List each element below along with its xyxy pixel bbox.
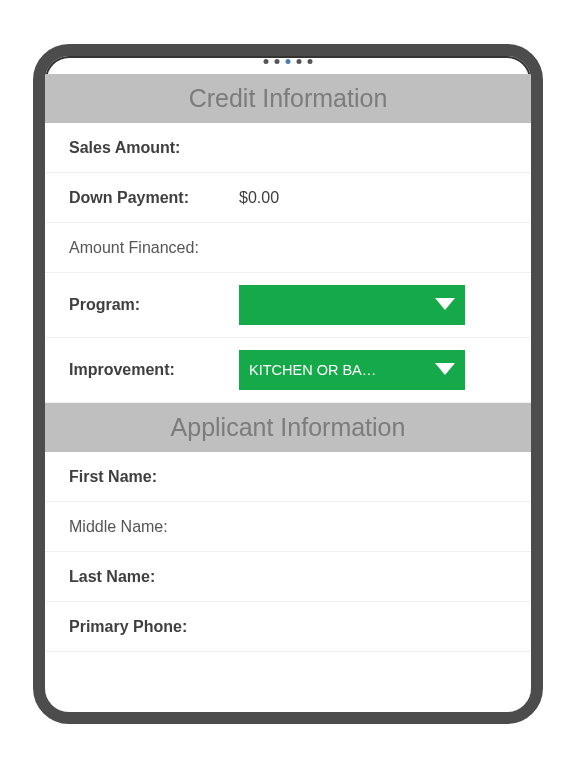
value-down-payment: $0.00 — [239, 189, 279, 207]
label-improvement: Improvement: — [69, 361, 239, 379]
sensor-dot — [297, 59, 302, 64]
label-primary-phone: Primary Phone: — [69, 618, 239, 636]
improvement-selected-text: KITCHEN OR BA… — [249, 362, 376, 378]
row-first-name[interactable]: First Name: — [45, 452, 531, 502]
chevron-down-icon — [433, 361, 457, 380]
program-dropdown[interactable] — [239, 285, 465, 325]
label-first-name: First Name: — [69, 468, 239, 486]
row-sales-amount[interactable]: Sales Amount: — [45, 123, 531, 173]
section-header-credit: Credit Information — [45, 74, 531, 123]
screen: Credit Information Sales Amount: Down Pa… — [45, 74, 531, 712]
svg-marker-1 — [435, 363, 455, 375]
row-last-name[interactable]: Last Name: — [45, 552, 531, 602]
chevron-down-icon — [433, 296, 457, 315]
label-last-name: Last Name: — [69, 568, 239, 586]
sensor-dot — [264, 59, 269, 64]
label-program: Program: — [69, 296, 239, 314]
tablet-frame: Credit Information Sales Amount: Down Pa… — [33, 44, 543, 724]
sensor-dot — [286, 59, 291, 64]
row-program: Program: — [45, 273, 531, 338]
section-header-applicant: Applicant Information — [45, 403, 531, 452]
row-amount-financed[interactable]: Amount Financed: — [45, 223, 531, 273]
label-sales-amount: Sales Amount: — [69, 139, 239, 157]
sensor-notch — [264, 59, 313, 64]
label-down-payment: Down Payment: — [69, 189, 239, 207]
row-improvement: Improvement: KITCHEN OR BA… — [45, 338, 531, 403]
row-middle-name[interactable]: Middle Name: — [45, 502, 531, 552]
label-amount-financed: Amount Financed: — [69, 239, 239, 257]
label-middle-name: Middle Name: — [69, 518, 239, 536]
sensor-dot — [308, 59, 313, 64]
svg-marker-0 — [435, 298, 455, 310]
row-primary-phone[interactable]: Primary Phone: — [45, 602, 531, 652]
improvement-dropdown[interactable]: KITCHEN OR BA… — [239, 350, 465, 390]
row-down-payment[interactable]: Down Payment: $0.00 — [45, 173, 531, 223]
sensor-dot — [275, 59, 280, 64]
